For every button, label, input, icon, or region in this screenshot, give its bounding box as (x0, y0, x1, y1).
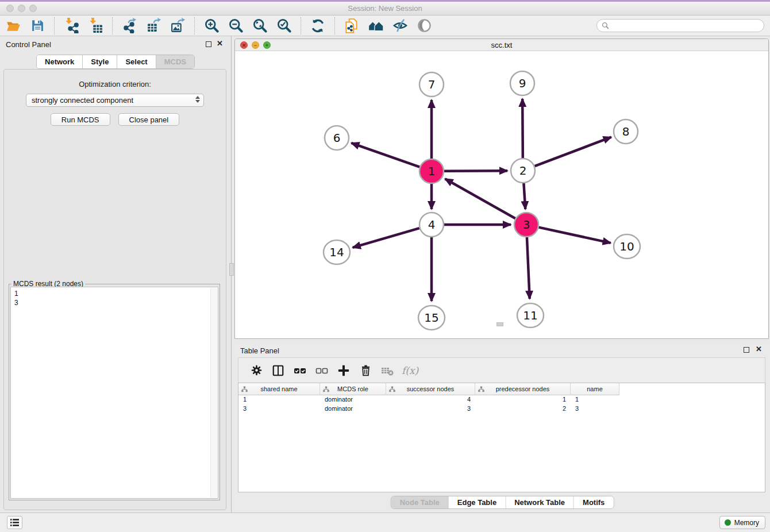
run-mcds-button[interactable]: Run MCDS (51, 113, 110, 126)
network-canvas[interactable]: 7968124314101511 (235, 51, 768, 338)
edge-2-3[interactable] (523, 183, 525, 209)
birds-eye-view-button[interactable] (415, 17, 433, 34)
window-titlebar: Session: New Session (0, 2, 770, 16)
node-label-8: 8 (622, 125, 630, 138)
tab-mcds[interactable]: MCDS (156, 55, 194, 68)
node-label-11: 11 (523, 309, 537, 322)
zoom-selected-button[interactable] (275, 17, 292, 34)
open-session-button[interactable] (5, 17, 22, 34)
mcds-result-text[interactable]: 1 3 (10, 287, 218, 499)
node-label-3: 3 (523, 218, 530, 232)
column-label: successor nodes (407, 385, 455, 392)
column-header-name[interactable]: name (571, 383, 619, 395)
hide-details-eye-icon (392, 18, 408, 33)
plus-icon (337, 364, 350, 377)
tab-node-table[interactable]: Node Table (391, 496, 449, 508)
toggle-graphics-details-button[interactable] (391, 17, 409, 34)
function-builder-button[interactable]: f(x) (402, 365, 418, 376)
mcds-result-scrollbar[interactable] (210, 288, 217, 498)
node-label-4: 4 (428, 218, 436, 232)
import-network-button[interactable] (63, 17, 80, 34)
save-icon (30, 18, 45, 33)
edge-3-11[interactable] (527, 237, 530, 299)
duplicate-network-button[interactable] (343, 17, 360, 34)
control-panel-header: Control Panel ✕ (0, 36, 231, 51)
apply-layout-button[interactable] (309, 17, 326, 34)
zoom-out-button[interactable] (227, 17, 244, 34)
import-table-button[interactable] (87, 17, 104, 34)
column-header-mcds-role[interactable]: MCDS role (320, 383, 386, 395)
tab-style[interactable]: Style (83, 55, 117, 68)
import-network-icon (64, 18, 79, 33)
table-row[interactable]: 1 dominator 4 1 1 (238, 395, 765, 404)
cell-shared-name: 3 (238, 404, 320, 414)
optimization-criterion-label: Optimization criterion: (4, 80, 226, 88)
delete-column-button[interactable] (357, 362, 374, 379)
network-graph[interactable]: 7968124314101511 (235, 51, 768, 338)
network-view-titlebar[interactable]: ✕ − + scc.txt (235, 39, 768, 51)
criterion-select[interactable]: strongly connected component (26, 94, 204, 107)
tab-network-table[interactable]: Network Table (506, 496, 574, 508)
table-panel-header: Table Panel ✕ (234, 342, 770, 357)
edge-2-9[interactable] (522, 99, 523, 158)
deselect-all-rows-button[interactable] (313, 362, 330, 379)
node-label-14: 14 (329, 245, 344, 259)
cell-shared-name: 1 (238, 395, 320, 404)
cell-name: 3 (571, 404, 619, 414)
zoom-fit-button[interactable] (251, 17, 268, 34)
toolbar-separator (194, 17, 195, 34)
search-field[interactable] (596, 19, 764, 32)
mcds-result-value: 1 (14, 289, 218, 298)
task-history-button[interactable] (7, 516, 22, 529)
edge-1-2[interactable] (444, 171, 507, 171)
export-image-button[interactable] (169, 17, 186, 34)
column-header-successor-nodes[interactable]: successor nodes (386, 383, 475, 395)
edge-3-10[interactable] (538, 228, 610, 243)
close-table-panel-icon[interactable]: ✕ (756, 345, 762, 353)
delete-table-button[interactable] (379, 362, 396, 379)
node-table: shared name MCDS role (238, 383, 765, 492)
save-session-button[interactable] (29, 17, 46, 34)
export-network-button[interactable] (121, 17, 138, 34)
tab-edge-table[interactable]: Edge Table (449, 496, 506, 508)
create-column-button[interactable] (335, 362, 352, 379)
float-table-panel-icon[interactable] (744, 347, 749, 353)
edge-4-14[interactable] (353, 228, 419, 248)
column-header-predecessor-nodes[interactable]: predecessor nodes (475, 383, 571, 395)
vertical-splitter-handle[interactable] (229, 263, 234, 276)
home-view-button[interactable] (367, 17, 384, 34)
toolbar-separator (112, 17, 113, 34)
column-type-icon (478, 386, 484, 392)
float-panel-icon[interactable] (206, 41, 211, 47)
edge-1-6[interactable] (351, 143, 419, 167)
refresh-icon (310, 18, 325, 33)
criterion-value: strongly connected component (32, 96, 133, 105)
open-folder-icon (6, 18, 21, 33)
show-columns-button[interactable] (270, 362, 287, 379)
edge-3-1[interactable] (445, 179, 515, 218)
zoom-in-button[interactable] (203, 17, 220, 34)
memory-status-icon (725, 519, 731, 526)
export-table-button[interactable] (145, 17, 162, 34)
close-panel-icon[interactable]: ✕ (217, 40, 223, 47)
column-header-shared-name[interactable]: shared name (238, 383, 320, 395)
node-table-header-row: shared name MCDS role (238, 383, 765, 395)
network-view-title: scc.txt (235, 41, 768, 49)
tab-motifs[interactable]: Motifs (574, 496, 613, 508)
zoom-fit-icon (252, 18, 268, 33)
close-panel-button[interactable]: Close panel (118, 113, 180, 126)
horizontal-splitter-handle[interactable] (496, 322, 503, 326)
delete-table-icon (380, 364, 394, 377)
tab-network[interactable]: Network (37, 55, 83, 68)
node-label-2: 2 (519, 164, 527, 178)
edge-2-8[interactable] (535, 137, 611, 167)
memory-button[interactable]: Memory (719, 516, 765, 529)
table-row[interactable]: 3 dominator 3 2 3 (238, 404, 765, 414)
table-panel-title: Table Panel (240, 346, 279, 355)
tab-select[interactable]: Select (117, 55, 156, 68)
column-label: MCDS role (337, 385, 368, 392)
search-input[interactable] (612, 22, 764, 30)
table-options-button[interactable] (248, 362, 265, 379)
select-all-rows-button[interactable] (291, 362, 309, 379)
app-window: Session: New Session (0, 0, 770, 532)
